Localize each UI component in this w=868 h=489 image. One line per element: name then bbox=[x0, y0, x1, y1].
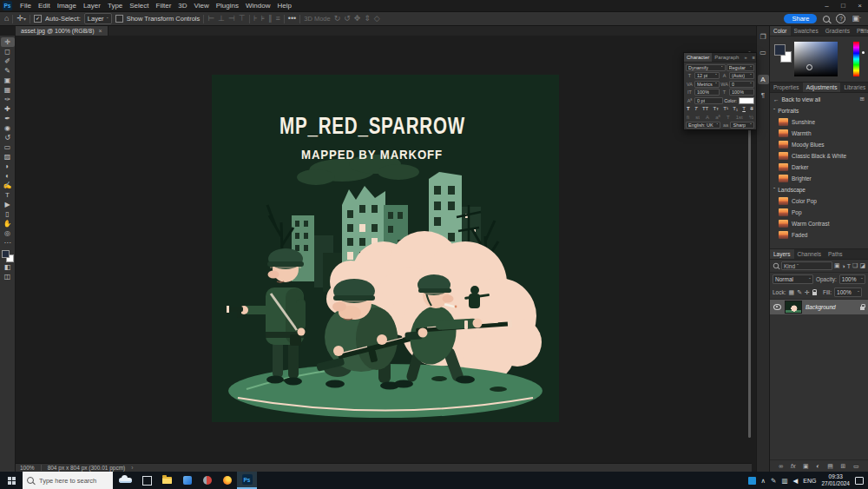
layer-group-icon[interactable]: ▤ bbox=[827, 463, 833, 470]
all-caps-button[interactable]: TT bbox=[702, 106, 708, 111]
foreground-color-swatch-panel[interactable] bbox=[774, 44, 786, 56]
delete-layer-icon[interactable]: ▭ bbox=[853, 463, 859, 470]
color-cursor[interactable] bbox=[806, 64, 812, 70]
adjustments-section-portraits[interactable]: ˇ Portraits bbox=[770, 105, 868, 116]
layer-mask-icon[interactable]: ▣ bbox=[803, 463, 809, 470]
blend-mode-dropdown[interactable]: Normalˇ bbox=[773, 274, 813, 284]
link-layers-icon[interactable]: ∞ bbox=[779, 463, 783, 469]
adjustment-preset[interactable]: Classic Black & White bbox=[770, 150, 868, 162]
text-color-swatch[interactable] bbox=[739, 97, 754, 104]
move-tool-icon[interactable]: ✛▾ bbox=[16, 15, 26, 23]
tab-adjustments[interactable]: Adjustments bbox=[803, 83, 841, 92]
3d-roll-icon[interactable]: ↺ bbox=[344, 15, 351, 23]
align-top-icon[interactable]: ⊤ bbox=[239, 15, 246, 23]
strikethrough-button[interactable]: T bbox=[750, 106, 753, 111]
object-selection-tool[interactable]: ✎ bbox=[1, 66, 15, 76]
tab-character[interactable]: Character bbox=[684, 53, 712, 62]
move-tool[interactable]: ✛ bbox=[1, 37, 15, 47]
panel-menu-icon[interactable]: ≡ bbox=[858, 27, 866, 33]
distribute-h-icon[interactable]: ⊦ bbox=[253, 15, 258, 23]
layer-filter-kind-dropdown[interactable]: Kindˇ bbox=[781, 261, 832, 270]
back-arrow-icon[interactable]: ← bbox=[773, 96, 779, 102]
small-caps-button[interactable]: Tᴛ bbox=[713, 106, 719, 111]
layer-row-background[interactable]: Background bbox=[770, 300, 868, 314]
lock-pixels-icon[interactable]: ✎ bbox=[797, 289, 802, 296]
3d-orbit-icon[interactable]: ↻ bbox=[334, 15, 341, 23]
layer-lock-icon[interactable] bbox=[860, 307, 865, 310]
more-options-icon[interactable]: ••• bbox=[288, 15, 296, 23]
adjustment-preset[interactable]: Brighter bbox=[770, 173, 868, 184]
tab-gradients[interactable]: Gradients bbox=[822, 26, 853, 36]
lasso-tool[interactable]: ✐ bbox=[1, 56, 15, 66]
subscript-button[interactable]: T₁ bbox=[733, 106, 738, 111]
ordinals-button[interactable]: 1st bbox=[736, 115, 743, 120]
layer-visibility-eye-icon[interactable] bbox=[773, 304, 781, 310]
language-dropdown[interactable]: English: UKˇ bbox=[686, 122, 720, 129]
tab-libraries[interactable]: Libraries bbox=[840, 83, 868, 92]
eraser-tool[interactable]: ▭ bbox=[1, 142, 15, 152]
horizontal-scale-field[interactable]: 100% bbox=[729, 89, 754, 96]
show-hidden-icons-chevron[interactable]: ∧ bbox=[761, 477, 766, 485]
weather-widget[interactable] bbox=[113, 478, 137, 483]
tab-paragraph[interactable]: Paragraph bbox=[712, 53, 741, 62]
blur-tool[interactable]: ◗ bbox=[1, 162, 15, 171]
tracking-dropdown[interactable]: 0ˇ bbox=[729, 81, 754, 88]
menu-item[interactable]: 3D bbox=[174, 2, 190, 10]
menu-item[interactable]: Help bbox=[273, 2, 294, 10]
fractions-button[interactable]: ½ bbox=[749, 115, 753, 120]
action-center-icon[interactable] bbox=[855, 477, 864, 485]
vertical-scale-field[interactable]: 100% bbox=[694, 89, 720, 96]
foreground-color-swatch[interactable] bbox=[2, 250, 10, 258]
kerning-dropdown[interactable]: Metricsˇ bbox=[694, 81, 720, 88]
baseline-shift-field[interactable]: 0 pt bbox=[694, 97, 723, 104]
rectangle-tool[interactable]: ▯ bbox=[1, 209, 15, 219]
workspace-switcher-icon[interactable]: ▣ˇ bbox=[852, 15, 861, 23]
file-explorer-button[interactable] bbox=[157, 472, 177, 489]
lock-all-icon[interactable] bbox=[812, 292, 817, 295]
history-brush-tool[interactable]: ↺ bbox=[1, 133, 15, 142]
filter-type-layers-icon[interactable]: T bbox=[847, 263, 851, 269]
crop-tool[interactable]: ▣ bbox=[1, 76, 15, 85]
brush-tool[interactable]: ✒ bbox=[1, 114, 15, 123]
search-icon[interactable] bbox=[823, 16, 830, 23]
dodge-tool[interactable]: ◐ bbox=[1, 171, 15, 181]
filter-pixel-layers-icon[interactable]: ▣ bbox=[834, 262, 840, 269]
eyedropper-tool[interactable]: ✑ bbox=[1, 95, 15, 104]
layer-thumbnail[interactable] bbox=[785, 301, 802, 314]
superscript-button[interactable]: T¹ bbox=[723, 106, 728, 111]
character-panel-icon[interactable]: A bbox=[758, 75, 769, 84]
font-size-dropdown[interactable]: 12 ptˇ bbox=[694, 72, 720, 79]
align-left-icon[interactable]: ⊢ bbox=[207, 15, 214, 23]
help-icon[interactable]: ? bbox=[836, 14, 845, 23]
menu-item[interactable]: Plugins bbox=[213, 2, 242, 10]
quick-mask-mode-button[interactable]: ◧ bbox=[1, 262, 15, 272]
pen-tray-icon[interactable]: ✎ bbox=[771, 477, 776, 485]
panel-menu-icon[interactable]: ≡ bbox=[749, 53, 757, 62]
tab-swatches[interactable]: Swatches bbox=[791, 26, 822, 36]
close-button[interactable]: × bbox=[852, 2, 868, 10]
distribute-v-icon[interactable]: ⊧ bbox=[260, 15, 265, 23]
maximize-button[interactable]: □ bbox=[835, 2, 852, 10]
canvas-area[interactable]: MP_RED_SPARROW MAPPED BY MARKOFF bbox=[16, 36, 752, 463]
auto-select-checkbox[interactable]: ✓ bbox=[34, 15, 42, 23]
screen-mode-button[interactable]: ◫ bbox=[1, 272, 15, 281]
tab-properties[interactable]: Properties bbox=[770, 83, 803, 92]
hue-slider-marker[interactable] bbox=[862, 51, 865, 54]
underline-button[interactable]: T bbox=[742, 106, 746, 111]
pen-tool[interactable]: ✍ bbox=[1, 181, 15, 190]
distribute-spacing-icon[interactable]: ∥ bbox=[268, 15, 273, 23]
path-selection-tool[interactable]: ▶ bbox=[1, 200, 15, 209]
leading-dropdown[interactable]: (Auto)ˇ bbox=[729, 72, 754, 79]
stylistic-alternates-button[interactable]: A bbox=[706, 115, 709, 120]
grid-view-icon[interactable]: ⊞ bbox=[860, 96, 865, 102]
font-style-dropdown[interactable]: Regularˇ bbox=[727, 64, 754, 71]
3d-scale-icon[interactable]: ◇ bbox=[374, 15, 380, 23]
frame-tool[interactable]: ▦ bbox=[1, 85, 15, 95]
adjustment-preset[interactable]: Pop bbox=[770, 207, 868, 218]
contextual-alternates-button[interactable]: st bbox=[695, 115, 700, 120]
menu-item[interactable]: Filter bbox=[153, 2, 175, 10]
font-family-dropdown[interactable]: Dynamifyˇ bbox=[686, 64, 726, 71]
opacity-dropdown[interactable]: 100%ˇ bbox=[839, 274, 865, 284]
network-icon[interactable]: ▥ bbox=[781, 477, 787, 485]
menu-item[interactable]: View bbox=[191, 2, 213, 10]
